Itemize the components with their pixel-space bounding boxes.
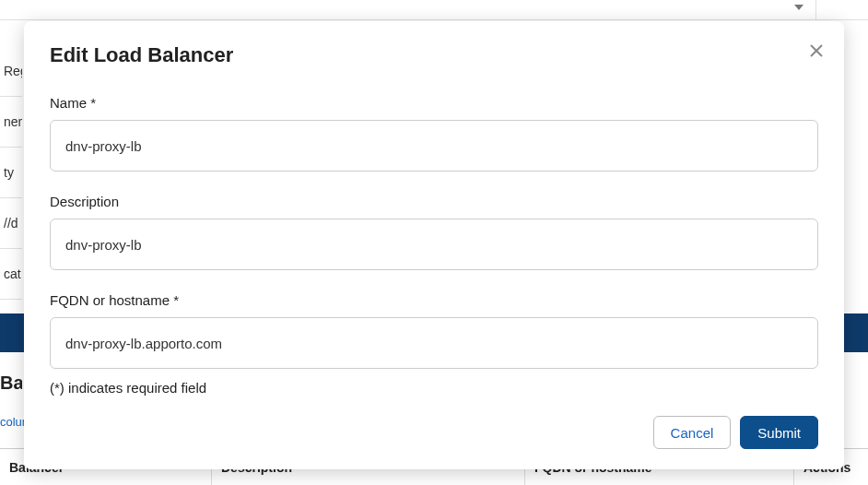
fqdn-input[interactable] [50,317,818,369]
submit-button[interactable]: Submit [740,416,818,449]
description-field-group: Description [50,194,818,270]
modal-button-row: Cancel Submit [50,416,818,449]
fqdn-label: FQDN or hostname * [50,292,818,308]
close-icon [809,43,824,58]
description-input[interactable] [50,219,818,270]
edit-load-balancer-modal: Edit Load Balancer Name * Description FQ… [24,21,844,469]
modal-title: Edit Load Balancer [50,43,818,67]
cancel-button[interactable]: Cancel [653,416,732,449]
required-field-note: (*) indicates required field [50,380,818,396]
name-input[interactable] [50,120,818,172]
description-label: Description [50,194,818,209]
name-label: Name * [50,95,818,111]
fqdn-field-group: FQDN or hostname * [50,292,818,369]
name-field-group: Name * [50,95,818,172]
modal-overlay: Edit Load Balancer Name * Description FQ… [0,0,868,485]
close-button[interactable] [805,40,827,62]
